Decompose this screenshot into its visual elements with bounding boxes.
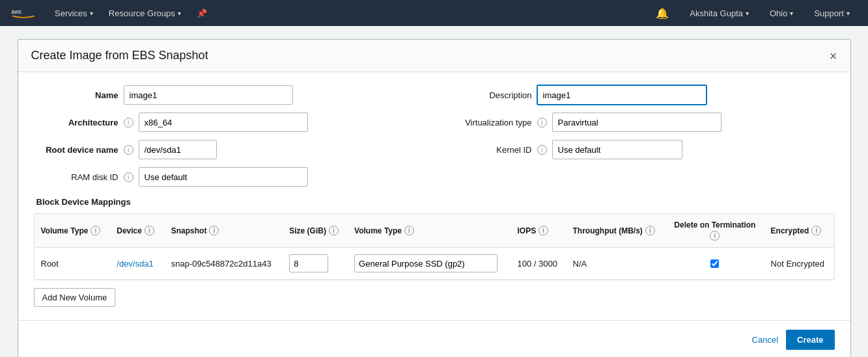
create-button[interactable]: Create [786, 330, 834, 350]
architecture-select[interactable]: x86_64 i386 [139, 112, 308, 132]
block-device-table: Volume Type i Device i [35, 214, 834, 280]
cell-volume-type: Root [35, 248, 111, 280]
virt-type-label: Virtualization type [447, 118, 532, 127]
aws-logo: aws [10, 3, 36, 23]
services-chevron-icon: ▾ [90, 10, 93, 17]
services-nav[interactable]: Services ▾ [47, 0, 101, 26]
user-chevron-icon: ▾ [746, 10, 749, 17]
th-snapshot: Snapshot i [165, 214, 283, 248]
resource-groups-nav[interactable]: Resource Groups ▾ [101, 0, 189, 26]
vol-type-row-select[interactable]: General Purpose SSD (gp2) Provisioned IO… [354, 254, 497, 272]
cell-iops: 100 / 3000 [511, 248, 567, 280]
root-device-field-row: Root device name i [34, 140, 421, 159]
kernel-id-label: Kernel ID [447, 145, 532, 155]
iops-header-info-icon[interactable]: i [539, 226, 548, 235]
architecture-info-icon[interactable]: i [124, 118, 133, 127]
modal-overlay: Create Image from EBS Snapshot × Name De… [0, 26, 868, 357]
cell-snapshot: snap-09c548872c2d11a43 [165, 248, 283, 280]
throughput-header-info-icon[interactable]: i [645, 226, 655, 235]
virt-type-field-row: Virtualization type i Paravirtual Hardwa… [447, 112, 835, 132]
size-header-info-icon[interactable]: i [329, 226, 339, 235]
delete-on-termination-checkbox[interactable] [710, 259, 719, 268]
ram-disk-info-icon[interactable]: i [124, 172, 133, 182]
empty-cell [447, 167, 835, 187]
form-grid: Name Description Architecture i x86_64 i… [34, 85, 835, 187]
root-device-label: Root device name [34, 145, 119, 155]
table-body: Root /dev/sda1 snap-09c548872c2d11a43 Ge… [35, 248, 834, 280]
region-label: Ohio [770, 8, 787, 18]
encrypted-header-info-icon[interactable]: i [811, 226, 821, 235]
kernel-id-info-icon[interactable]: i [537, 145, 547, 155]
modal-header: Create Image from EBS Snapshot × [18, 40, 850, 72]
kernel-id-field-row: Kernel ID i Use default [447, 140, 835, 159]
svg-text:aws: aws [11, 8, 21, 15]
cell-throughput: N/A [567, 248, 666, 280]
delete-header-info-icon[interactable]: i [710, 231, 720, 241]
block-device-section-title: Block Device Mappings [34, 197, 835, 207]
virt-type-info-icon[interactable]: i [537, 118, 547, 127]
th-throughput: Throughput (MB/s) i [567, 214, 666, 248]
th-encrypted: Encrypted i [764, 214, 834, 248]
volume-type-header-info-icon[interactable]: i [91, 226, 100, 235]
name-input[interactable] [124, 85, 293, 105]
support-label: Support [814, 8, 844, 18]
kernel-id-select[interactable]: Use default [552, 140, 682, 159]
cell-delete-on-termination [665, 248, 764, 280]
cell-device: /dev/sda1 [110, 248, 164, 280]
top-navigation: aws Services ▾ Resource Groups ▾ 📌 🔔 Aks… [0, 0, 868, 26]
vol-type-col-header-info-icon[interactable]: i [404, 226, 414, 235]
th-size: Size (GiB) i [283, 214, 348, 248]
block-device-table-container: Volume Type i Device i [34, 213, 835, 280]
root-device-info-icon[interactable]: i [124, 145, 133, 155]
modal-body: Name Description Architecture i x86_64 i… [18, 72, 850, 320]
create-image-modal: Create Image from EBS Snapshot × Name De… [18, 39, 851, 357]
ram-disk-select[interactable]: Use default [139, 167, 308, 187]
user-label: Akshita Gupta [690, 8, 743, 18]
device-header-info-icon[interactable]: i [145, 226, 154, 235]
th-volume-type: Volume Type i [35, 214, 111, 248]
size-input[interactable] [289, 254, 328, 272]
cell-size [283, 248, 348, 280]
th-iops: IOPS i [511, 214, 567, 248]
resource-groups-chevron-icon: ▾ [178, 10, 181, 17]
add-new-volume-button[interactable]: Add New Volume [34, 288, 116, 307]
description-field-row: Description [447, 85, 835, 105]
ram-disk-field-row: RAM disk ID i Use default [34, 167, 421, 187]
pin-nav[interactable]: 📌 [189, 0, 215, 26]
name-label: Name [34, 90, 119, 100]
table-header: Volume Type i Device i [35, 214, 834, 248]
architecture-label: Architecture [34, 118, 119, 127]
user-menu[interactable]: Akshita Gupta ▾ [682, 0, 757, 26]
support-chevron-icon: ▾ [847, 10, 850, 17]
name-field-row: Name [34, 85, 421, 105]
support-menu[interactable]: Support ▾ [806, 0, 858, 26]
region-menu[interactable]: Ohio ▾ [762, 0, 801, 26]
virt-type-select[interactable]: Paravirtual Hardware-assisted virtualiza… [552, 112, 721, 132]
cell-encrypted: Not Encrypted [764, 248, 834, 280]
root-device-input[interactable] [139, 140, 217, 159]
snapshot-header-info-icon[interactable]: i [209, 226, 219, 235]
description-label: Description [447, 90, 532, 100]
close-button[interactable]: × [830, 49, 837, 62]
th-device: Device i [110, 214, 164, 248]
services-label: Services [55, 8, 87, 18]
th-delete-on-termination: Delete on Termination i [665, 214, 764, 248]
modal-footer: Cancel Create [18, 320, 850, 357]
ram-disk-label: RAM disk ID [34, 172, 119, 182]
resource-groups-label: Resource Groups [109, 8, 175, 18]
table-row: Root /dev/sda1 snap-09c548872c2d11a43 Ge… [35, 248, 834, 280]
architecture-field-row: Architecture i x86_64 i386 [34, 112, 421, 132]
description-input[interactable] [537, 85, 707, 105]
pin-icon: 📌 [197, 8, 207, 18]
th-vol-type: Volume Type i [348, 214, 511, 248]
cancel-button[interactable]: Cancel [752, 335, 778, 345]
modal-title: Create Image from EBS Snapshot [31, 49, 208, 62]
cell-vol-type: General Purpose SSD (gp2) Provisioned IO… [348, 248, 511, 280]
region-chevron-icon: ▾ [790, 10, 793, 17]
notifications-icon[interactable]: 🔔 [648, 0, 677, 26]
